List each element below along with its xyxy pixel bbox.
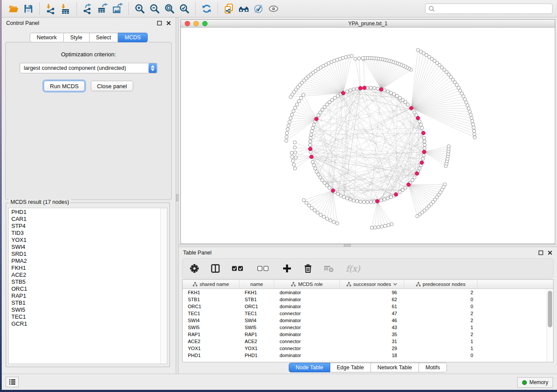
table-row[interactable]: FKH1FKH1dominator962 <box>183 289 547 296</box>
table-cell: 2 <box>404 311 477 316</box>
mcds-result-item[interactable]: RAP1 <box>9 292 160 299</box>
table-row[interactable]: SWI5SWI5connector431 <box>183 324 547 331</box>
table-row[interactable]: ORC1ORC1dominator610 <box>183 303 547 310</box>
horizontal-splitter[interactable] <box>179 244 557 247</box>
show-graphics-button[interactable] <box>266 2 281 16</box>
table-cell: connector <box>274 346 340 351</box>
table-row[interactable]: TEC1TEC1connector472 <box>183 310 547 317</box>
splitter-grip[interactable] <box>176 194 178 201</box>
mcds-list-scrollbar[interactable] <box>160 208 167 364</box>
tab-node-table[interactable]: Node Table <box>289 363 330 372</box>
mcds-result-item[interactable]: GCR1 <box>9 320 160 327</box>
hide-annotations-button[interactable] <box>251 2 266 16</box>
network-canvas[interactable] <box>181 28 555 244</box>
deselect-all-button[interactable] <box>256 263 272 274</box>
table-row[interactable]: RAP1RAP1dominator352 <box>183 331 547 338</box>
float-panel-icon[interactable] <box>157 21 162 26</box>
mcds-result-item[interactable]: STB5 <box>9 279 160 285</box>
network-window-titlebar[interactable]: YPA_prune.txt_1 <box>181 20 555 28</box>
close-panel-button[interactable]: Close panel <box>91 81 133 91</box>
close-panel-icon[interactable] <box>166 21 171 26</box>
tab-edge-table[interactable]: Edge Table <box>330 363 371 372</box>
import-network-icon <box>45 3 56 14</box>
table-scrollbar[interactable] <box>547 289 553 362</box>
mcds-result-item[interactable]: ACE2 <box>9 272 160 279</box>
tab-motifs[interactable]: Motifs <box>419 363 447 372</box>
column-header-MCDS-role[interactable]: MCDS role <box>274 280 340 289</box>
mcds-result-item[interactable]: PMA2 <box>9 258 160 265</box>
import-network-button[interactable] <box>43 2 58 16</box>
column-header-successor-nodes[interactable]: successor nodes <box>340 280 404 289</box>
zoom-selected-button[interactable] <box>177 2 192 16</box>
network-graph[interactable] <box>181 28 555 244</box>
column-header-name[interactable]: name <box>239 280 274 289</box>
delete-column-button[interactable] <box>302 263 314 274</box>
table-row[interactable]: PHD1PHD1dominator180 <box>183 352 547 359</box>
table-row[interactable]: STB1STB1dominator620 <box>183 296 547 303</box>
vertical-splitter[interactable] <box>176 17 179 374</box>
tab-network[interactable]: Network <box>30 33 64 42</box>
apply-layout-button[interactable] <box>199 2 214 16</box>
zoom-in-button[interactable] <box>132 2 147 16</box>
column-header-predecessor-nodes[interactable]: predecessor nodes <box>404 280 477 289</box>
mcds-result-item[interactable]: SRD1 <box>9 251 160 258</box>
tab-network-table[interactable]: Network Table <box>371 363 419 372</box>
table-cell: YOX1 <box>239 346 274 351</box>
mcds-result-item[interactable]: STP4 <box>9 223 160 230</box>
table-cell: 1 <box>404 346 477 351</box>
mcds-result-item[interactable]: PHD1 <box>9 209 160 216</box>
column-header-shared-name[interactable]: shared name <box>183 280 239 289</box>
dropdown-stepper-icon <box>149 63 157 73</box>
search-input[interactable] <box>435 6 550 12</box>
scrollbar-thumb[interactable] <box>548 291 552 327</box>
mcds-result-item[interactable]: ORC1 <box>9 285 160 292</box>
minimize-window-icon[interactable] <box>194 21 199 26</box>
function-builder-button[interactable]: f(x) <box>344 263 362 274</box>
run-mcds-button[interactable]: Run MCDS <box>44 81 85 91</box>
save-floppy-icon <box>23 3 34 14</box>
open-file-button[interactable] <box>6 2 21 16</box>
close-window-icon[interactable] <box>185 21 190 26</box>
zoom-fit-button[interactable] <box>162 2 177 16</box>
mcds-result-item[interactable]: TID3 <box>9 230 160 237</box>
optimization-criterion-select[interactable]: largest connected component (undirected) <box>20 63 158 73</box>
mcds-result-item[interactable]: SWI5 <box>9 306 160 313</box>
table-row[interactable]: YOX1YOX1connector291 <box>183 345 547 352</box>
tab-select[interactable]: Select <box>90 33 118 42</box>
zoom-out-button[interactable] <box>147 2 162 16</box>
mcds-result-item[interactable]: CAR1 <box>9 216 160 223</box>
save-session-button[interactable] <box>21 2 36 16</box>
table-row[interactable]: ACE2ACE2connector311 <box>183 338 547 345</box>
search-icon <box>428 5 435 12</box>
search-network-button[interactable] <box>236 2 251 16</box>
export-image-button[interactable] <box>110 2 125 16</box>
export-table-button[interactable] <box>95 2 110 16</box>
mcds-result-item[interactable]: TEC1 <box>9 313 160 320</box>
binoculars-icon <box>238 3 250 14</box>
tab-mcds[interactable]: MCDS <box>118 33 148 42</box>
export-network-button[interactable] <box>80 2 95 16</box>
table-row[interactable]: SWI4SWI4dominator462 <box>183 317 547 324</box>
mcds-result-item[interactable]: FKH1 <box>9 265 160 272</box>
table-cell: 96 <box>340 290 404 295</box>
table-cell: dominator <box>274 290 340 295</box>
add-column-button[interactable] <box>281 263 293 274</box>
splitter-grip[interactable] <box>344 244 351 247</box>
mcds-result-item[interactable]: YOX1 <box>9 237 160 244</box>
mcds-result-item[interactable]: SWI4 <box>9 244 160 251</box>
float-panel-icon[interactable] <box>538 250 543 255</box>
select-all-button[interactable] <box>231 263 246 274</box>
destroy-table-button[interactable] <box>323 263 335 274</box>
maximize-window-icon[interactable] <box>202 21 208 26</box>
task-history-button[interactable] <box>6 377 19 387</box>
zoom-in-icon <box>134 3 145 14</box>
memory-button[interactable]: Memory <box>517 377 553 388</box>
tab-style[interactable]: Style <box>64 33 90 42</box>
close-panel-icon[interactable] <box>547 250 553 255</box>
clone-network-button[interactable] <box>221 2 236 16</box>
mcds-result-item[interactable]: STB1 <box>9 299 160 306</box>
search-box[interactable] <box>425 3 553 14</box>
table-settings-button[interactable] <box>189 263 200 274</box>
import-table-button[interactable] <box>58 2 73 16</box>
show-columns-button[interactable] <box>210 263 221 274</box>
